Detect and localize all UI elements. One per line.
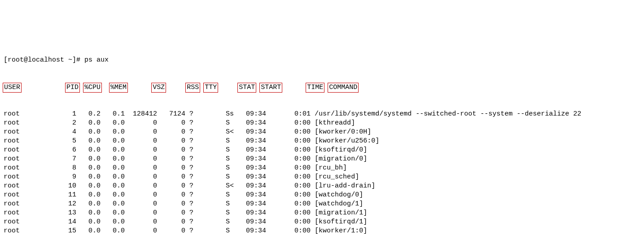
col-tty: TTY [203,83,218,93]
shell-prompt-line: [root@localhost ~]# ps aux [4,56,644,65]
ps-header-row: USER PID %CPU %MEM VSZ RSS TTY STAT STAR… [4,83,644,92]
process-row: root 2 0.0 0.0 0 0 ? S 09:34 0:00 [kthre… [4,119,644,128]
process-row: root 9 0.0 0.0 0 0 ? S 09:34 0:00 [rcu_s… [4,173,644,182]
col-rss: RSS [185,83,200,93]
process-row: root 14 0.0 0.0 0 0 ? S 09:34 0:00 [ksof… [4,218,644,227]
process-row: root 7 0.0 0.0 0 0 ? S 09:34 0:00 [migra… [4,155,644,164]
col-stat: STAT [237,83,256,93]
process-row: root 12 0.0 0.0 0 0 ? S 09:34 0:00 [watc… [4,200,644,209]
process-row: root 15 0.0 0.0 0 0 ? S 09:34 0:00 [kwor… [4,227,644,236]
process-row: root 8 0.0 0.0 0 0 ? S 09:34 0:00 [rcu_b… [4,164,644,173]
process-row: root 5 0.0 0.0 0 0 ? S 09:34 0:00 [kwork… [4,137,644,146]
process-row: root 4 0.0 0.0 0 0 ? S< 09:34 0:00 [kwor… [4,128,644,137]
process-row: root 10 0.0 0.0 0 0 ? S< 09:34 0:00 [lru… [4,182,644,191]
col-vsz: VSZ [151,83,166,93]
process-row: root 11 0.0 0.0 0 0 ? S 09:34 0:00 [watc… [4,191,644,200]
col-mem: %MEM [109,83,128,93]
process-row: root 1 0.2 0.1 128412 7124 ? Ss 09:34 0:… [4,110,644,119]
col-start: START [259,83,282,93]
col-time: TIME [306,83,324,93]
col-user: USER [3,83,22,93]
col-command: COMMAND [328,83,359,93]
col-cpu: %CPU [83,83,102,93]
col-pid: PID [65,83,80,93]
process-row: root 6 0.0 0.0 0 0 ? S 09:34 0:00 [ksoft… [4,146,644,155]
ps-process-list: root 1 0.2 0.1 128412 7124 ? Ss 09:34 0:… [4,110,644,236]
terminal-output: [root@localhost ~]# ps aux USER PID %CPU… [4,38,644,236]
process-row: root 13 0.0 0.0 0 0 ? S 09:34 0:00 [migr… [4,209,644,218]
